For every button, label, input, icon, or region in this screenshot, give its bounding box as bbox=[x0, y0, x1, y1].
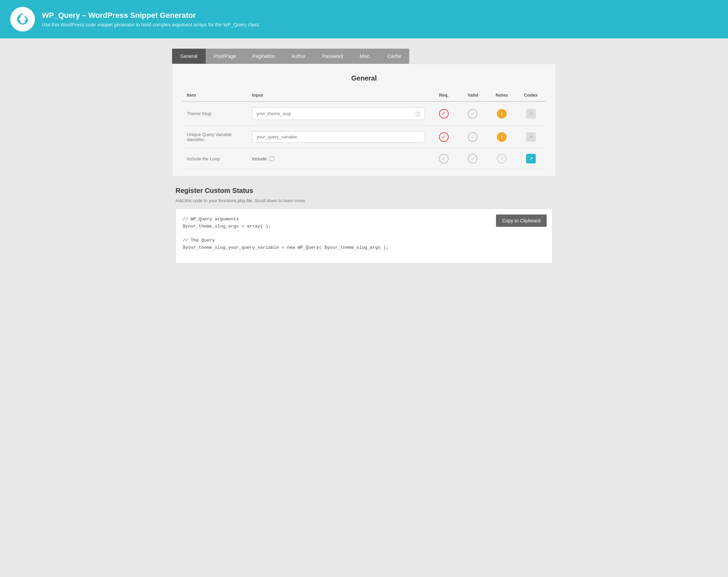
table-row: Include the Loop Include: ✓ ✓ bbox=[183, 148, 545, 169]
req-icon-active: ✓ bbox=[439, 109, 449, 119]
row1-notes[interactable]: i bbox=[487, 101, 517, 126]
col-req: Req. bbox=[429, 89, 458, 101]
row3-req: ✓ bbox=[429, 148, 458, 169]
col-item: Item bbox=[183, 89, 248, 101]
page-title: WP_Query – WordPress Snippet Generator bbox=[42, 11, 260, 20]
col-codex: Codex bbox=[516, 89, 545, 101]
query-variable-input[interactable] bbox=[256, 134, 421, 139]
table-header-row: Item Input Req. Valid Notes Codex bbox=[183, 89, 545, 101]
textarea-icon: ◫ bbox=[415, 110, 421, 117]
copy-to-clipboard-button[interactable]: Copy to Clipboard bbox=[496, 214, 547, 227]
tab-pagination[interactable]: Pagination bbox=[244, 49, 283, 64]
logo bbox=[10, 7, 35, 32]
row2-label: Unique Query Variable Identifier: bbox=[183, 126, 248, 148]
register-title: Register Custom Status bbox=[175, 187, 553, 195]
tab-misc[interactable]: Misc. bbox=[351, 49, 379, 64]
valid-icon-inactive: ✓ bbox=[468, 154, 477, 163]
row1-codex: ↗ bbox=[516, 101, 545, 126]
valid-icon-inactive: ✓ bbox=[468, 109, 477, 119]
row1-label: Theme Slug: bbox=[183, 101, 248, 126]
row2-codex: ↗ bbox=[516, 126, 545, 148]
row3-notes: i bbox=[487, 148, 517, 169]
theme-slug-input[interactable] bbox=[256, 111, 415, 116]
register-section: Register Custom Status Add this code to … bbox=[172, 187, 556, 263]
notes-icon-active[interactable]: i bbox=[497, 132, 507, 142]
row3-valid: ✓ bbox=[458, 148, 487, 169]
tab-cache[interactable]: Cache bbox=[379, 49, 409, 64]
codex-icon-inactive: ↗ bbox=[526, 132, 536, 142]
notes-icon-inactive: i bbox=[497, 154, 507, 163]
valid-icon-inactive: ✓ bbox=[468, 132, 477, 142]
row1-input[interactable]: ◫ bbox=[248, 101, 429, 126]
codex-link-active[interactable]: ↗ bbox=[526, 154, 536, 163]
row2-notes[interactable]: i bbox=[487, 126, 517, 148]
code-block: Copy to Clipboard // WP_Query arguments … bbox=[175, 209, 553, 263]
col-valid: Valid bbox=[458, 89, 487, 101]
page-header: WP_Query – WordPress Snippet Generator U… bbox=[0, 0, 728, 38]
row3-input[interactable]: Include: bbox=[248, 148, 429, 169]
register-description: Add this code to your functions.php file… bbox=[175, 198, 553, 203]
tab-author[interactable]: Author bbox=[283, 49, 314, 64]
tab-general[interactable]: General bbox=[172, 49, 206, 64]
tab-bar: General Post/Page Pagination Author Pass… bbox=[172, 49, 556, 64]
general-table: Item Input Req. Valid Notes Codex Theme … bbox=[183, 89, 545, 169]
table-row: Theme Slug: ◫ ✓ ✓ i bbox=[183, 101, 545, 126]
table-row: Unique Query Variable Identifier: ✓ ✓ bbox=[183, 126, 545, 148]
req-icon-active: ✓ bbox=[439, 132, 449, 142]
main-content: General Post/Page Pagination Author Pass… bbox=[165, 38, 563, 274]
row3-codex[interactable]: ↗ bbox=[516, 148, 545, 169]
col-notes: Notes bbox=[487, 89, 517, 101]
content-panel: General Item Input Req. Valid Notes Code… bbox=[172, 64, 556, 176]
page-subtitle: Use this WordPress code snippet generato… bbox=[42, 22, 260, 27]
tab-postpage[interactable]: Post/Page bbox=[206, 49, 244, 64]
row2-req: ✓ bbox=[429, 126, 458, 148]
codex-icon-inactive: ↗ bbox=[526, 109, 536, 119]
row1-valid: ✓ bbox=[458, 101, 487, 126]
header-text-block: WP_Query – WordPress Snippet Generator U… bbox=[42, 11, 260, 27]
code-content: // WP_Query arguments $your_theme_slug_a… bbox=[183, 216, 545, 251]
notes-icon-active[interactable]: i bbox=[497, 109, 507, 119]
row3-label: Include the Loop bbox=[183, 148, 248, 169]
tab-password[interactable]: Password bbox=[314, 49, 351, 64]
section-title: General bbox=[183, 74, 545, 82]
row1-req: ✓ bbox=[429, 101, 458, 126]
include-label: Include: bbox=[252, 156, 268, 161]
req-icon-inactive: ✓ bbox=[439, 154, 449, 163]
row2-input[interactable] bbox=[248, 126, 429, 148]
include-loop-checkbox[interactable] bbox=[270, 157, 274, 161]
row2-valid: ✓ bbox=[458, 126, 487, 148]
col-input: Input bbox=[248, 89, 429, 101]
